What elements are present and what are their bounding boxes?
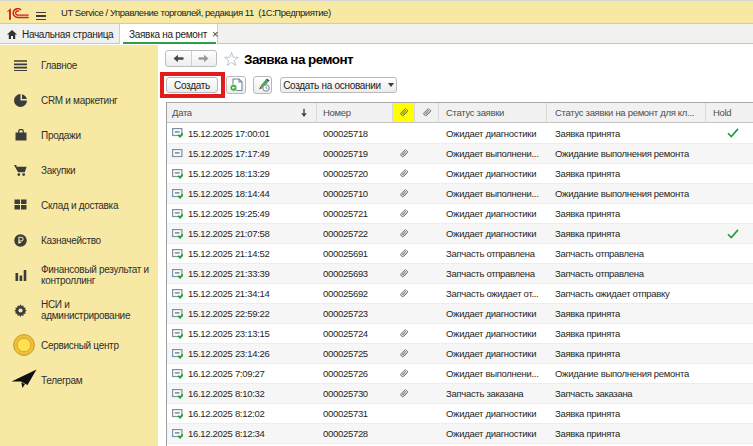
- table-row[interactable]: 15.12.2025 17:00:01000025718Ожидает диаг…: [167, 123, 753, 143]
- forward-button[interactable]: [192, 51, 217, 66]
- table-row[interactable]: 16.12.2025 7:09:27000025726 Ожидает выпо…: [167, 363, 753, 383]
- cell-attachment-2[interactable]: [415, 404, 439, 423]
- cell-number[interactable]: 000025722: [317, 224, 393, 243]
- cell-attachment-2[interactable]: [415, 284, 439, 303]
- cell-attachment[interactable]: [393, 384, 415, 403]
- cell-attachment[interactable]: [393, 364, 415, 383]
- cell-date[interactable]: 15.12.2025 21:14:52: [167, 244, 317, 263]
- cell-status-client[interactable]: Ожидание выполнения ремонта: [547, 184, 706, 203]
- cell-number[interactable]: 000025731: [317, 404, 393, 423]
- cell-hold[interactable]: [706, 384, 753, 403]
- cell-date[interactable]: 15.12.2025 23:14:26: [167, 344, 317, 363]
- cell-number[interactable]: 000025724: [317, 324, 393, 343]
- cell-number[interactable]: 000025693: [317, 264, 393, 283]
- cell-status[interactable]: Запчасть отправлена: [439, 264, 547, 283]
- cell-hold[interactable]: [706, 184, 753, 203]
- cell-attachment[interactable]: [393, 264, 415, 283]
- cell-status[interactable]: Ожидает диагностики: [439, 204, 547, 223]
- copy-button[interactable]: [226, 76, 246, 94]
- cell-number[interactable]: 000025710: [317, 184, 393, 203]
- cell-status-client[interactable]: Запчасть заказана: [547, 384, 706, 403]
- cell-attachment-2[interactable]: [415, 364, 439, 383]
- cell-attachment[interactable]: [393, 144, 415, 163]
- cell-hold[interactable]: [706, 404, 753, 423]
- table-row[interactable]: 15.12.2025 18:14:44000025710 Ожидает вып…: [167, 183, 753, 203]
- cell-attachment[interactable]: [393, 324, 415, 343]
- favorite-star-icon[interactable]: [224, 52, 239, 66]
- cell-hold[interactable]: [706, 224, 753, 243]
- cell-date[interactable]: 15.12.2025 21:07:58: [167, 224, 317, 243]
- cell-status-client[interactable]: Заявка принята: [547, 123, 706, 143]
- table-row[interactable]: 15.12.2025 21:07:58000025722 Ожидает диа…: [167, 223, 753, 243]
- cell-number[interactable]: 000025730: [317, 384, 393, 403]
- cell-date[interactable]: 16.12.2025 8:12:34: [167, 424, 317, 443]
- cell-status-client[interactable]: Запчасть отправлена: [547, 264, 706, 283]
- cell-hold[interactable]: [706, 344, 753, 363]
- cell-number[interactable]: 000025728: [317, 424, 393, 443]
- cell-status[interactable]: Ожидает диагностики: [439, 404, 547, 423]
- cell-number[interactable]: 000025718: [317, 123, 393, 143]
- cell-attachment[interactable]: [393, 424, 415, 443]
- sidebar-item-3[interactable]: Продажи: [0, 118, 158, 152]
- cell-status[interactable]: Ожидает диагностики: [439, 324, 547, 343]
- cell-status-client[interactable]: Заявка принята: [547, 304, 706, 323]
- cell-attachment[interactable]: [393, 164, 415, 183]
- cell-date[interactable]: 16.12.2025 8:10:32: [167, 384, 317, 403]
- cell-number[interactable]: 000025725: [317, 344, 393, 363]
- cell-date[interactable]: 15.12.2025 23:13:15: [167, 324, 317, 343]
- edit-button[interactable]: [253, 76, 272, 94]
- cell-status-client[interactable]: Заявка принята: [547, 324, 706, 343]
- cell-date[interactable]: 15.12.2025 21:33:39: [167, 264, 317, 283]
- cell-attachment-2[interactable]: [415, 384, 439, 403]
- cell-attachment[interactable]: [393, 204, 415, 223]
- cell-attachment[interactable]: [393, 244, 415, 263]
- cell-status-client[interactable]: Запчасть ожидает отправку: [547, 284, 706, 303]
- cell-hold[interactable]: [706, 424, 753, 443]
- cell-attachment-2[interactable]: [415, 424, 439, 443]
- table-row[interactable]: 15.12.2025 22:59:22000025723Ожидает диаг…: [167, 303, 753, 323]
- sidebar-item-6[interactable]: Казначейство: [0, 223, 158, 257]
- table-row[interactable]: 15.12.2025 21:34:14000025692 Запчасть ож…: [167, 283, 753, 303]
- table-row[interactable]: 15.12.2025 18:13:29000025720 Ожидает диа…: [167, 163, 753, 183]
- cell-attachment-2[interactable]: [415, 344, 439, 363]
- sidebar-item-5[interactable]: Склад и доставка: [0, 188, 158, 222]
- cell-attachment-2[interactable]: [415, 164, 439, 183]
- cell-hold[interactable]: [706, 324, 753, 343]
- sidebar-item-10[interactable]: Телеграм: [0, 363, 158, 397]
- table-row[interactable]: 16.12.2025 8:12:02000025731Ожидает диагн…: [167, 403, 753, 423]
- cell-status[interactable]: Запчасть заказана: [439, 384, 547, 403]
- cell-attachment-2[interactable]: [415, 123, 439, 143]
- column-header-status-client[interactable]: Статус заявки на ремонт для кл...: [547, 103, 706, 122]
- cell-attachment[interactable]: [393, 284, 415, 303]
- cell-attachment-2[interactable]: [415, 244, 439, 263]
- cell-status[interactable]: Ожидает диагностики: [439, 344, 547, 363]
- tab-close-icon[interactable]: ×: [212, 29, 218, 40]
- cell-date[interactable]: 15.12.2025 18:13:29: [167, 164, 317, 183]
- cell-hold[interactable]: [706, 123, 753, 143]
- cell-status-client[interactable]: Заявка принята: [547, 204, 706, 223]
- cell-attachment-2[interactable]: [415, 264, 439, 283]
- sidebar-item-4[interactable]: Закупки: [0, 153, 158, 187]
- cell-attachment-2[interactable]: [415, 304, 439, 323]
- table-row[interactable]: 16.12.2025 8:12:34000025728Ожидает диагн…: [167, 423, 753, 443]
- cell-hold[interactable]: [706, 204, 753, 223]
- sidebar-item-9[interactable]: Сервисный центр: [0, 328, 158, 362]
- create-based-on-button[interactable]: Создать на основании: [280, 77, 397, 93]
- table-row[interactable]: 15.12.2025 23:14:26000025725 Ожидает диа…: [167, 343, 753, 363]
- cell-status-client[interactable]: Запчасть отправлена: [547, 244, 706, 263]
- cell-status-client[interactable]: Заявка принята: [547, 344, 706, 363]
- table-row[interactable]: 15.12.2025 17:17:49000025719 Ожидает вып…: [167, 143, 753, 163]
- table-row[interactable]: 15.12.2025 19:25:49000025721 Ожидает диа…: [167, 203, 753, 223]
- column-header-date[interactable]: Дата: [167, 103, 317, 122]
- cell-hold[interactable]: [706, 284, 753, 303]
- main-menu-icon[interactable]: [36, 12, 46, 20]
- cell-status[interactable]: Запчасть ожидает от...: [439, 284, 547, 303]
- column-header-number[interactable]: Номер: [317, 103, 393, 122]
- cell-hold[interactable]: [706, 164, 753, 183]
- table-row[interactable]: 15.12.2025 21:14:52000025691 Запчасть от…: [167, 243, 753, 263]
- table-row[interactable]: 15.12.2025 23:13:15000025724 Ожидает диа…: [167, 323, 753, 343]
- cell-attachment[interactable]: [393, 224, 415, 243]
- cell-date[interactable]: 16.12.2025 8:12:02: [167, 404, 317, 423]
- column-header-attachment[interactable]: [415, 103, 439, 122]
- cell-status-client[interactable]: Заявка принята: [547, 404, 706, 423]
